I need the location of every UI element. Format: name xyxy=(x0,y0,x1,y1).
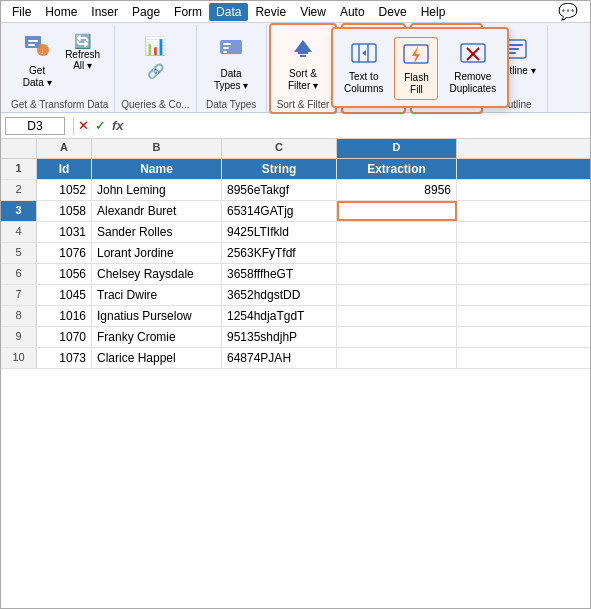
cell-c9[interactable]: 95135shdjhP xyxy=(222,327,337,347)
cell-a3[interactable]: 1058 xyxy=(37,201,92,221)
ribbon-group-queries: 📊 🔗 Queries & Co... xyxy=(115,25,196,112)
menu-item-file[interactable]: File xyxy=(5,3,38,21)
menu-item-help[interactable]: Help xyxy=(414,3,453,21)
cell-c1[interactable]: String xyxy=(222,159,337,179)
cell-c7[interactable]: 3652hdgstDD xyxy=(222,285,337,305)
cell-b4[interactable]: Sander Rolles xyxy=(92,222,222,242)
menu-item-developer[interactable]: Deve xyxy=(372,3,414,21)
refresh-all-button[interactable]: 🔄 RefreshAll ▾ xyxy=(61,31,104,73)
menu-item-automate[interactable]: Auto xyxy=(333,3,372,21)
text-to-columns-button[interactable]: Text toColumns xyxy=(339,37,388,100)
comment-icon[interactable]: 💬 xyxy=(554,0,582,23)
remove-duplicates-button[interactable]: RemoveDuplicates xyxy=(444,37,501,100)
cell-c3[interactable]: 65314GATjg xyxy=(222,201,337,221)
cell-b7[interactable]: Traci Dwire xyxy=(92,285,222,305)
cell-b2[interactable]: John Leming xyxy=(92,180,222,200)
cell-d8[interactable] xyxy=(337,306,457,326)
cell-c2[interactable]: 8956eTakgf xyxy=(222,180,337,200)
cell-c4[interactable]: 9425LTIfkld xyxy=(222,222,337,242)
formula-input[interactable] xyxy=(128,119,586,133)
menu-item-pagelayout[interactable]: Page xyxy=(125,3,167,21)
svg-rect-11 xyxy=(300,55,306,57)
col-header-a: A xyxy=(37,139,92,158)
cell-a1[interactable]: Id xyxy=(37,159,92,179)
cell-d10[interactable] xyxy=(337,348,457,368)
col-header-d[interactable]: D xyxy=(337,139,457,158)
cell-c8[interactable]: 1254hdjaTgdT xyxy=(222,306,337,326)
cell-a4[interactable]: 1031 xyxy=(37,222,92,242)
cell-d1[interactable]: Extraction xyxy=(337,159,457,179)
cell-b6[interactable]: Chelsey Raysdale xyxy=(92,264,222,284)
table-row: 3 1058 Alexandr Buret 65314GATjg xyxy=(1,201,590,222)
table-row: 6 1056 Chelsey Raysdale 3658fffheGT xyxy=(1,264,590,285)
queries-label: Queries & Co... xyxy=(121,95,189,110)
svg-rect-18 xyxy=(509,44,523,46)
row-num-6: 6 xyxy=(1,264,37,284)
formula-divider xyxy=(73,117,74,135)
cell-a9[interactable]: 1070 xyxy=(37,327,92,347)
queries-button[interactable]: 📊 xyxy=(140,33,170,59)
cell-d4[interactable] xyxy=(337,222,457,242)
flash-fill-button[interactable]: FlashFill xyxy=(394,37,438,100)
cell-reference-input[interactable] xyxy=(5,117,65,135)
cell-c10[interactable]: 64874PJAH xyxy=(222,348,337,368)
cell-b5[interactable]: Lorant Jordine xyxy=(92,243,222,263)
cell-b1[interactable]: Name xyxy=(92,159,222,179)
table-row: 9 1070 Franky Cromie 95135shdjhP xyxy=(1,327,590,348)
svg-rect-10 xyxy=(298,52,308,54)
cell-b9[interactable]: Franky Cromie xyxy=(92,327,222,347)
menu-item-data[interactable]: Data xyxy=(209,3,248,21)
cell-d6[interactable] xyxy=(337,264,457,284)
cell-a10[interactable]: 1073 xyxy=(37,348,92,368)
cell-c5[interactable]: 2563KFyTfdf xyxy=(222,243,337,263)
data-types-button[interactable]: DataTypes ▾ xyxy=(209,33,253,95)
menu-item-formulas[interactable]: Form xyxy=(167,3,209,21)
menu-item-view[interactable]: View xyxy=(293,3,333,21)
menu-item-review[interactable]: Revie xyxy=(248,3,293,21)
get-data-icon: ↓ xyxy=(23,32,51,63)
cell-d2[interactable]: 8956 xyxy=(337,180,457,200)
svg-rect-7 xyxy=(223,47,229,49)
row-num-4: 4 xyxy=(1,222,37,242)
cell-a7[interactable]: 1045 xyxy=(37,285,92,305)
svg-marker-9 xyxy=(294,40,312,52)
fx-label[interactable]: fx xyxy=(112,118,124,133)
table-row: 1 Id Name String Extraction xyxy=(1,159,590,180)
cell-b8[interactable]: Ignatius Purselow xyxy=(92,306,222,326)
get-data-button[interactable]: ↓ GetData ▾ xyxy=(15,29,59,92)
text-to-columns-icon xyxy=(350,40,378,71)
cell-c6[interactable]: 3658fffheGT xyxy=(222,264,337,284)
cell-a5[interactable]: 1076 xyxy=(37,243,92,263)
data-types-icon xyxy=(218,36,244,68)
cell-b10[interactable]: Clarice Happel xyxy=(92,348,222,368)
svg-rect-8 xyxy=(223,51,227,53)
cell-a6[interactable]: 1056 xyxy=(37,264,92,284)
cell-a2[interactable]: 1052 xyxy=(37,180,92,200)
sort-filter-button[interactable]: Sort &Filter ▾ xyxy=(281,33,325,95)
queries-icon: 📊 xyxy=(144,35,166,57)
cancel-icon[interactable]: ✕ xyxy=(78,118,89,133)
col-header-c: C xyxy=(222,139,337,158)
svg-text:↓: ↓ xyxy=(40,46,45,56)
ribbon: ↓ GetData ▾ 🔄 RefreshAll ▾ Get & Transfo… xyxy=(1,23,590,113)
cell-d5[interactable] xyxy=(337,243,457,263)
sort-filter-group-label: Sort & Filter xyxy=(277,95,330,110)
get-transform-label: Get & Transform Data xyxy=(11,95,108,110)
connections-button[interactable]: 🔗 xyxy=(143,61,168,81)
cell-b3[interactable]: Alexandr Buret xyxy=(92,201,222,221)
remove-duplicates-label: RemoveDuplicates xyxy=(449,71,496,95)
sort-filter-label: Sort &Filter ▾ xyxy=(288,68,318,92)
cell-d3[interactable] xyxy=(337,201,457,221)
menu-item-insert[interactable]: Inser xyxy=(84,3,125,21)
row-num-header xyxy=(1,139,37,158)
confirm-icon[interactable]: ✓ xyxy=(95,118,106,133)
menu-item-home[interactable]: Home xyxy=(38,3,84,21)
row-num-8: 8 xyxy=(1,306,37,326)
cell-d9[interactable] xyxy=(337,327,457,347)
table-row: 8 1016 Ignatius Purselow 1254hdjaTgdT xyxy=(1,306,590,327)
svg-rect-6 xyxy=(223,43,231,45)
col-header-b: B xyxy=(92,139,222,158)
spreadsheet: A B C D 1 Id Name String Extraction 2 10… xyxy=(1,139,590,608)
cell-a8[interactable]: 1016 xyxy=(37,306,92,326)
cell-d7[interactable] xyxy=(337,285,457,305)
